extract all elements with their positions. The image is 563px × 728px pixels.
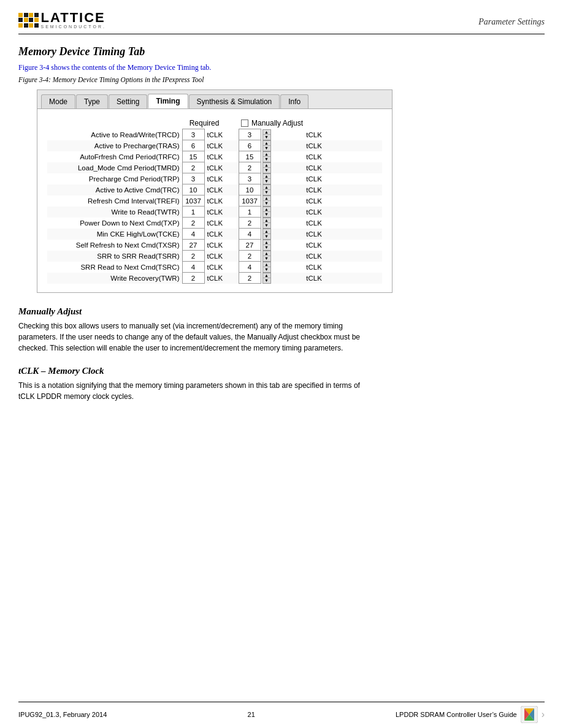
logo-cell [24,13,28,17]
spin-up[interactable]: ▲ [263,218,270,224]
manually-adjust-label: Manually Adjust [251,119,303,127]
tab-synthesis-simulation[interactable]: Synthesis & Simulation [189,94,280,108]
logo-cell [29,13,33,17]
section-heading: Memory Device Timing Tab [18,45,545,58]
spin-down[interactable]: ▼ [263,157,270,162]
tab-mode[interactable]: Mode [41,94,75,108]
req-val: 2 [182,162,204,173]
spin-control[interactable]: ▲ ▼ [261,262,304,273]
tab-info[interactable]: Info [280,94,308,108]
spin-down[interactable]: ▼ [263,256,270,261]
spin-up[interactable]: ▲ [263,229,270,235]
spin-up[interactable]: ▲ [263,130,270,135]
spin-up[interactable]: ▲ [263,152,270,157]
spin-down[interactable]: ▼ [263,168,270,173]
tclk-heading: tCLK – Memory Clock [18,366,545,376]
table-row: Active to Precharge(TRAS)6tCLK6 ▲ ▼ tCLK [47,140,382,151]
adj-val: 4 [239,262,261,273]
req-unit: tCLK [204,162,226,173]
req-val: 27 [182,240,204,251]
spin-down[interactable]: ▼ [263,179,270,184]
spin-up[interactable]: ▲ [263,163,270,169]
adj-unit: tCLK [304,240,382,251]
spin-up[interactable]: ▲ [263,196,270,202]
col-manually-adjust-header: Manually Adjust [239,118,382,129]
spin-down[interactable]: ▼ [263,135,270,140]
req-val: 3 [182,129,204,140]
req-val: 15 [182,151,204,162]
spin-down[interactable]: ▼ [263,223,270,228]
manually-adjust-checkbox[interactable] [241,119,248,127]
adj-unit: tCLK [304,184,382,195]
spin-down[interactable]: ▼ [263,234,270,239]
spin-control[interactable]: ▲ ▼ [261,229,304,240]
row-label: Active to Precharge(TRAS) [47,140,182,151]
spin-control[interactable]: ▲ ▼ [261,173,304,184]
table-row: Refresh Cmd Interval(TREFI)1037tCLK1037 … [47,195,382,207]
spin-control[interactable]: ▲ ▼ [261,218,304,229]
spin-control[interactable]: ▲ ▼ [261,195,304,207]
row-label: Load_Mode Cmd Period(TMRD) [47,162,182,173]
col-spacer [226,118,239,129]
spin-down[interactable]: ▼ [263,278,270,283]
spacer [226,173,239,184]
req-unit: tCLK [204,195,226,207]
req-val: 2 [182,273,204,284]
spin-down[interactable]: ▼ [263,212,270,217]
spacer [226,162,239,173]
adj-unit: tCLK [304,162,382,173]
spin-down[interactable]: ▼ [263,146,270,151]
logo-subtitle: SEMICONDUCTOR. [41,25,106,29]
spin-up[interactable]: ▲ [263,262,270,268]
spacer [226,251,239,262]
req-unit: tCLK [204,251,226,262]
adj-val: 4 [239,229,261,240]
spin-control[interactable]: ▲ ▼ [261,162,304,173]
adj-unit: tCLK [304,229,382,240]
table-row: Precharge Cmd Period(TRP)3tCLK3 ▲ ▼ tCLK [47,173,382,184]
spin-up[interactable]: ▲ [263,273,270,279]
tab-timing[interactable]: Timing [148,94,188,108]
table-row: Self Refresh to Next Cmd(TXSR)27tCLK27 ▲… [47,240,382,251]
spin-down[interactable]: ▼ [263,201,270,206]
adj-val: 1 [239,207,261,218]
tab-setting[interactable]: Setting [109,94,147,108]
adj-val: 1037 [239,195,261,207]
spin-up[interactable]: ▲ [263,207,270,213]
spin-up[interactable]: ▲ [263,174,270,180]
spin-down[interactable]: ▼ [263,267,270,272]
spin-control[interactable]: ▲ ▼ [261,251,304,262]
req-unit: tCLK [204,240,226,251]
spin-up[interactable]: ▲ [263,240,270,246]
page-header: LATTICE SEMICONDUCTOR. Parameter Setting… [0,0,563,29]
figure-ref-link[interactable]: Figure 3-4 [18,63,49,72]
figure-ref-text: shows the contents of the Memory Device … [49,63,211,72]
spin-control[interactable]: ▲ ▼ [261,151,304,162]
footer-center: 21 [248,711,255,718]
spin-control[interactable]: ▲ ▼ [261,273,304,284]
manually-adjust-heading: Manually Adjust [18,306,545,317]
adj-unit: tCLK [304,195,382,207]
spin-control[interactable]: ▲ ▼ [261,184,304,195]
spin-down[interactable]: ▼ [263,245,270,250]
spin-up[interactable]: ▲ [263,185,270,191]
row-label: Write Recovery(TWR) [47,273,182,284]
tab-type[interactable]: Type [76,94,108,108]
logo-cell [24,18,28,22]
footer-nav-arrow[interactable]: › [542,709,545,720]
adj-unit: tCLK [304,251,382,262]
spin-up[interactable]: ▲ [263,141,270,146]
spin-control[interactable]: ▲ ▼ [261,207,304,218]
spin-down[interactable]: ▼ [263,190,270,195]
spacer [226,207,239,218]
tab-bar: Mode Type Setting Timing Synthesis & Sim… [37,90,392,109]
row-label: Refresh Cmd Interval(TREFI) [47,195,182,207]
spacer [226,262,239,273]
logo-name: LATTICE [41,11,106,25]
footer-divider [18,702,545,702]
spin-control[interactable]: ▲ ▼ [261,240,304,251]
spin-up[interactable]: ▲ [263,251,270,257]
footer-left: IPUG92_01.3, February 2014 [18,711,107,718]
spin-control[interactable]: ▲ ▼ [261,140,304,151]
spin-control[interactable]: ▲ ▼ [261,129,304,140]
